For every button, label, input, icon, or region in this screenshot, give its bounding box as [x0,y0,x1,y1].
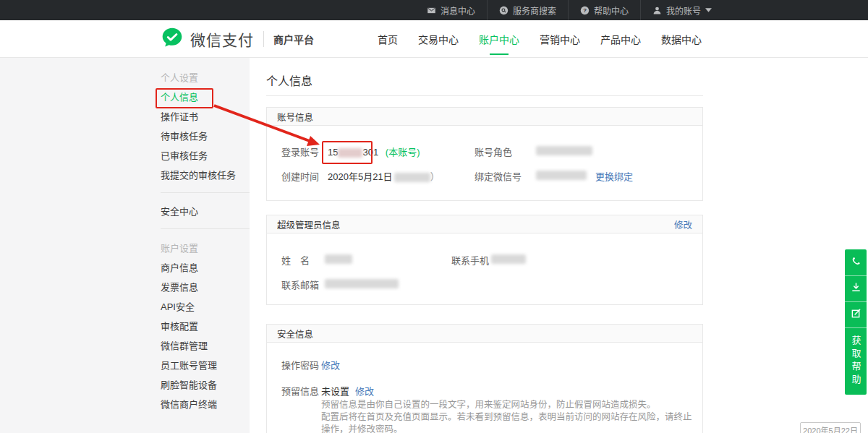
topbar-my-account[interactable]: 我的账号 [640,0,723,20]
admin-email-label: 联系邮箱 [281,278,319,291]
sidebar-item-invoice-info[interactable]: 发票信息 [161,277,250,296]
redacted-phone-middle [338,148,362,158]
topbar-item-label: 帮助中心 [594,4,629,17]
admin-name-label: 姓 名 [281,253,310,267]
nav-home[interactable]: 首页 [376,20,399,58]
sidebar-item-pending-review-tasks[interactable]: 待审核任务 [161,126,250,145]
redacted-admin-name [325,254,352,264]
get-help-button[interactable]: 获取帮助 [845,327,867,395]
main-header: 微信支付 商户平台 首页 交易中心 账户中心 营销中心 产品中心 数据中心 [0,20,868,58]
account-role-label: 账号角色 [475,145,512,158]
sidebar-item-wechat-group-mgmt[interactable]: 微信群管理 [161,335,250,355]
section-title: 账号信息 [277,110,313,124]
redacted-admin-phone [491,254,526,264]
topbar-help-center[interactable]: ? 帮助中心 [568,0,640,20]
sidebar-section-account-settings: 账户设置 [161,237,250,257]
wechat-pay-logo-icon [161,26,184,52]
edit-icon [851,308,861,322]
top-utility-bar: 消息中心 服务商搜索 ? 帮助中心 我的账号 [0,0,868,20]
sidebar-item-reviewed-tasks[interactable]: 已审核任务 [161,145,250,165]
reserved-edit-link[interactable]: 修改 [355,384,374,398]
caret-down-icon [705,8,712,12]
sidebar-item-face-smart-device[interactable]: 刷脸智能设备 [161,374,250,394]
super-admin-section-header: 超级管理员信息 修改 [267,215,702,233]
user-icon [652,6,662,15]
sidebar: 个人设置 个人信息 操作证书 待审核任务 已审核任务 我提交的审核任务 安全中心… [161,64,250,413]
current-account-tag: (本账号) [386,147,420,158]
redacted-created-time [394,173,430,182]
reserved-info-label: 预留信息 [281,384,319,398]
download-button[interactable] [845,275,867,301]
security-info-section: 安全信息 操作密码 修改 预留信息 未设置 修改 预留信息是由你自己设置的一段文… [266,324,703,433]
redacted-wechat-id [536,171,587,180]
nav-product-center[interactable]: 产品中心 [599,20,642,58]
svg-text:?: ? [583,7,587,14]
section-title: 安全信息 [277,327,313,340]
sidebar-item-personal-info[interactable]: 个人信息 [161,87,250,106]
reserved-info-value: 未设置 [321,384,349,398]
bound-wechat-label: 绑定微信号 [475,169,522,183]
topbar-item-label: 消息中心 [441,4,475,17]
redacted-admin-email [325,279,399,288]
date-badge: 2020年5月22日 [800,422,861,433]
operation-password-label: 操作密码 [281,358,319,372]
redacted-account-role [536,146,592,155]
sidebar-section-personal-settings: 个人设置 [161,67,250,87]
created-time-label: 创建时间 [281,169,319,183]
mail-icon [427,6,436,15]
brand-logo[interactable]: 微信支付 商户平台 [161,20,314,58]
nav-data-center[interactable]: 数据中心 [660,20,703,58]
topbar-item-label: 服务商搜索 [513,4,556,17]
topbar-message-center[interactable]: 消息中心 [415,0,487,20]
section-title: 超级管理员信息 [277,218,341,231]
sidebar-item-api-security[interactable]: API安全 [161,296,250,316]
sidebar-item-my-submitted-tasks[interactable]: 我提交的审核任务 [161,165,250,184]
phone-icon [851,256,861,270]
nav-account-center[interactable]: 账户中心 [477,20,521,58]
search-circle-icon [499,6,509,15]
sidebar-divider [161,192,250,193]
contact-phone-button[interactable] [845,249,867,275]
title-divider [266,95,703,96]
change-binding-link[interactable]: 更换绑定 [595,169,633,183]
nav-marketing-center[interactable]: 营销中心 [538,20,582,58]
download-icon [851,282,861,296]
reserved-info-description: 预留信息是由你自己设置的一段文字，用来鉴定网站身份，防止假冒网站造成损失。 配置… [321,399,697,433]
account-info-section: 账号信息 登录账号 15301 (本账号) 账号角色 创建时间 2020年5月2… [266,107,703,201]
sidebar-item-staff-account-mgmt[interactable]: 员工账号管理 [161,355,250,374]
admin-edit-link[interactable]: 修改 [674,218,692,231]
sidebar-item-security-center[interactable]: 安全中心 [161,201,250,220]
account-info-section-header: 账号信息 [267,108,702,126]
sidebar-item-wechat-merchant-terminal[interactable]: 微信商户终端 [161,394,250,413]
portal-name: 商户平台 [273,32,314,46]
password-edit-link[interactable]: 修改 [321,358,340,372]
topbar-item-label: 我的账号 [666,4,701,17]
brand-name: 微信支付 [190,28,254,50]
help-circle-icon: ? [580,6,590,15]
get-help-label: 获取帮助 [849,335,863,387]
logo-divider [263,31,264,47]
sidebar-divider [161,228,250,229]
nav-transaction-center[interactable]: 交易中心 [417,20,460,58]
floating-help-widget: 获取帮助 [845,249,867,395]
sidebar-item-merchant-info[interactable]: 商户信息 [161,257,250,277]
login-account-value: 15301 (本账号) [328,145,420,158]
security-info-section-header: 安全信息 [267,325,702,343]
sidebar-item-operation-certificate[interactable]: 操作证书 [161,106,250,126]
page-title: 个人信息 [266,72,312,89]
primary-nav: 首页 交易中心 账户中心 营销中心 产品中心 数据中心 [376,20,703,58]
admin-phone-label: 联系手机 [451,253,489,267]
topbar-service-provider-search[interactable]: 服务商搜索 [487,0,568,20]
super-admin-section: 超级管理员信息 修改 姓 名 联系手机 联系邮箱 [266,215,703,305]
login-account-label: 登录账号 [281,145,319,158]
sidebar-item-review-config[interactable]: 审核配置 [161,316,250,335]
feedback-button[interactable] [845,301,867,327]
created-time-value: 2020年5月21日） [328,169,440,183]
